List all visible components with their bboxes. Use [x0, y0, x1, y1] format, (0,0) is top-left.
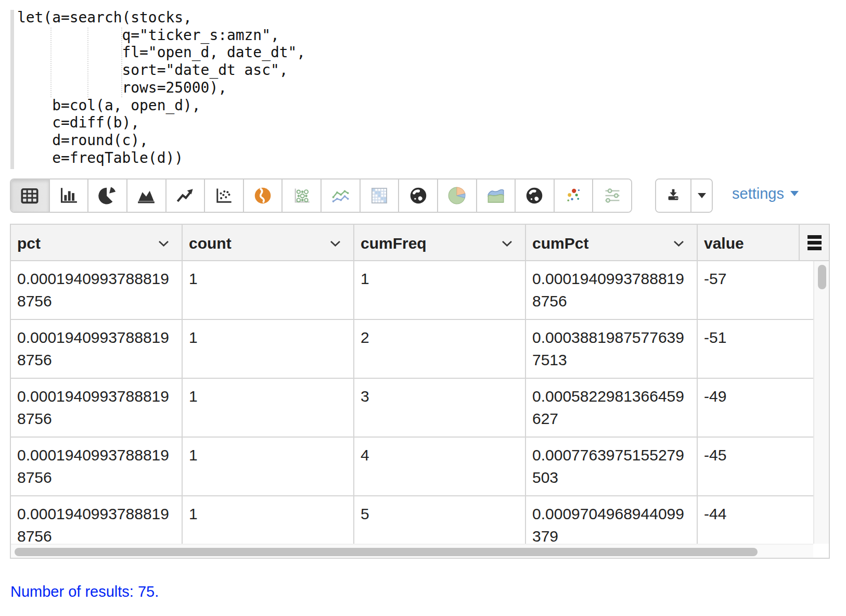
cell-pct: 0.00019409937888198756 [11, 320, 183, 378]
download-button[interactable] [656, 179, 691, 212]
scatter-chart-icon [212, 184, 235, 207]
scatter-color-icon [562, 184, 585, 207]
table-row: 0.00019409937888198756120.00038819875776… [11, 320, 813, 379]
code-editor[interactable]: let(a=search(stocks, q="ticker_s:amzn", … [17, 9, 305, 166]
column-header-value[interactable]: value [698, 225, 800, 261]
cell-count: 1 [183, 320, 354, 378]
pie-color-icon [445, 184, 468, 207]
download-split-button [655, 178, 713, 213]
horizontal-scrollbar-track[interactable] [11, 544, 813, 558]
column-label: count [189, 235, 232, 252]
horizontal-scrollbar-thumb[interactable] [15, 548, 758, 556]
cell-cumPct: 0.0007763975155279503 [526, 438, 698, 495]
column-header-cumFreq[interactable]: cumFreq [354, 225, 526, 261]
table-row: 0.00019409937888198756140.00077639751552… [11, 438, 813, 496]
pie-chart-button[interactable] [88, 179, 127, 212]
cell-cumPct: 0.0005822981366459627 [526, 379, 698, 437]
settings-dropdown[interactable]: settings [732, 176, 799, 211]
line-chart-button[interactable] [166, 179, 206, 212]
pivot-grid-icon [368, 184, 391, 207]
cell-cumFreq: 3 [354, 379, 526, 437]
result-count: Number of results: 75. [10, 583, 159, 600]
cell-value: -57 [698, 261, 813, 319]
globe-dark-1-icon [407, 184, 430, 207]
bubble-grid-icon [290, 184, 313, 207]
multi-line-chart-button[interactable] [322, 179, 361, 212]
cell-cumFreq: 2 [354, 320, 526, 378]
table-header-row: pctcountcumFreqcumPctvalue [11, 225, 829, 261]
cell-cumPct: 0.00038819875776397513 [526, 320, 698, 378]
download-icon [664, 186, 682, 206]
column-header-cumPct[interactable]: cumPct [526, 225, 698, 261]
area-color-button[interactable] [477, 179, 516, 212]
area-chart-icon [135, 184, 158, 207]
cell-cumPct: 0.0009704968944099379 [526, 496, 698, 544]
globe-dark-2-button[interactable] [516, 179, 555, 212]
chevron-down-icon [502, 240, 512, 247]
cell-cumFreq: 4 [354, 438, 526, 495]
globe-dark-2-icon [523, 184, 546, 207]
cell-count: 1 [183, 496, 354, 544]
pie-chart-icon [96, 184, 119, 207]
cell-value: -49 [698, 379, 813, 437]
multi-line-chart-icon [329, 184, 352, 207]
hamburger-icon [807, 235, 822, 250]
cell-count: 1 [183, 438, 354, 495]
cell-cumPct: 0.00019409937888198756 [526, 261, 698, 319]
bubble-grid-button[interactable] [283, 179, 322, 212]
vertical-scrollbar-thumb[interactable] [818, 265, 826, 289]
table-row: 0.00019409937888198756150.00097049689440… [11, 496, 813, 544]
column-header-count[interactable]: count [183, 225, 354, 261]
cell-pct: 0.00019409937888198756 [11, 261, 183, 319]
cell-value: -44 [698, 496, 813, 544]
column-label: value [704, 235, 744, 252]
column-label: pct [17, 235, 41, 252]
range-sliders-icon [601, 184, 624, 207]
table-button[interactable] [11, 179, 50, 212]
table-row: 0.00019409937888198756110.00019409937888… [11, 261, 813, 320]
cell-pct: 0.00019409937888198756 [11, 379, 183, 437]
pivot-grid-button[interactable] [361, 179, 400, 212]
result-table: pctcountcumFreqcumPctvalue 0.00019409937… [10, 224, 830, 559]
line-chart-icon [174, 184, 197, 207]
area-chart-button[interactable] [127, 179, 166, 212]
cell-pct: 0.00019409937888198756 [11, 438, 183, 495]
scatter-chart-button[interactable] [205, 179, 244, 212]
cell-count: 1 [183, 379, 354, 437]
cell-cumFreq: 5 [354, 496, 526, 544]
table-menu-button[interactable] [800, 225, 829, 261]
map-orange-icon [251, 184, 274, 207]
table-row: 0.00019409937888198756130.00058229813664… [11, 379, 813, 438]
pie-color-button[interactable] [438, 179, 477, 212]
globe-dark-1-button[interactable] [399, 179, 438, 212]
download-caret-icon [698, 193, 706, 198]
bar-chart-icon [57, 184, 80, 207]
table-icon [18, 184, 41, 207]
range-sliders-button[interactable] [593, 179, 631, 212]
settings-label: settings [732, 185, 784, 202]
scatter-color-button[interactable] [555, 179, 594, 212]
editor-left-bar [10, 10, 14, 169]
bar-chart-button[interactable] [50, 179, 89, 212]
cell-pct: 0.00019409937888198756 [11, 496, 183, 544]
vertical-scrollbar-track[interactable] [813, 261, 829, 544]
column-header-pct[interactable]: pct [11, 225, 183, 261]
chevron-down-icon [330, 240, 341, 247]
column-label: cumFreq [361, 235, 427, 252]
chart-type-toolbar [10, 178, 632, 213]
map-orange-button[interactable] [244, 179, 283, 212]
column-label: cumPct [532, 235, 588, 252]
cell-value: -45 [698, 438, 813, 495]
chevron-down-icon [673, 240, 684, 247]
table-body: 0.00019409937888198756110.00019409937888… [11, 261, 813, 544]
cell-cumFreq: 1 [354, 261, 526, 319]
area-color-icon [484, 184, 507, 207]
download-caret-button[interactable] [691, 179, 712, 212]
cell-value: -51 [698, 320, 813, 378]
cell-count: 1 [183, 261, 354, 319]
settings-caret-icon [790, 191, 799, 196]
chevron-down-icon [158, 240, 169, 247]
